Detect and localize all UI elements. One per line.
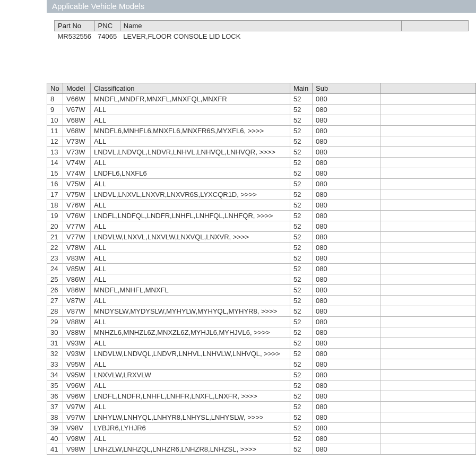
- cell-extra: [380, 115, 476, 126]
- cell-model: V86W: [63, 285, 91, 296]
- cell-classification: ALL: [91, 221, 290, 232]
- part-cell-name: LEVER,FLOOR CONSOLE LID LOCK: [120, 31, 401, 42]
- cell-model: V74W: [63, 158, 91, 168]
- cell-sub: 080: [313, 147, 380, 158]
- table-row[interactable]: 34V95WLNXVLW,LRXVLW52080: [47, 370, 476, 380]
- table-row[interactable]: 25V86WALL52080: [47, 274, 476, 285]
- table-row[interactable]: 31V93WALL52080: [47, 338, 476, 349]
- cell-main: 52: [290, 179, 313, 189]
- table-row[interactable]: 26V86WMNDFL,MNHFL,MNXFL52080: [47, 285, 476, 296]
- table-row[interactable]: 35V96WALL52080: [47, 380, 476, 391]
- table-row[interactable]: 24V85WALL52080: [47, 264, 476, 274]
- cell-model: V67W: [63, 105, 91, 115]
- cell-sub: 080: [313, 423, 380, 434]
- cell-model: V68W: [63, 126, 91, 136]
- cell-main: 52: [290, 200, 313, 211]
- cell-no: 36: [47, 391, 63, 402]
- cell-main: 52: [290, 285, 313, 296]
- table-row[interactable]: 15V74WLNDFL6,LNXFL652080: [47, 168, 476, 179]
- table-row[interactable]: 16V75WALL52080: [47, 179, 476, 189]
- table-row[interactable]: 20V77WALL52080: [47, 221, 476, 232]
- cell-model: V76W: [63, 211, 91, 221]
- table-row[interactable]: 18V76WALL52080: [47, 200, 476, 211]
- cell-no: 41: [47, 444, 63, 455]
- cell-classification: ALL: [91, 115, 290, 126]
- cell-main: 52: [290, 189, 313, 200]
- cell-no: 27: [47, 296, 63, 306]
- table-row[interactable]: 8V66WMNDFL,MNDFR,MNXFL,MNXFQL,MNXFR52080: [47, 94, 476, 105]
- cell-classification: ALL: [91, 253, 290, 264]
- table-row[interactable]: 10V68WALL52080: [47, 115, 476, 126]
- cell-classification: ALL: [91, 274, 290, 285]
- cell-extra: [380, 168, 476, 179]
- cell-main: 52: [290, 359, 313, 370]
- table-row[interactable]: 9V67WALL52080: [47, 105, 476, 115]
- table-row[interactable]: 22V78WALL52080: [47, 243, 476, 253]
- cell-no: 13: [47, 147, 63, 158]
- cell-extra: [380, 158, 476, 168]
- cell-no: 10: [47, 115, 63, 126]
- table-row[interactable]: 27V87WALL52080: [47, 296, 476, 306]
- cell-model: V97W: [63, 402, 91, 412]
- table-row[interactable]: 21V77WLNDVLW,LNXVL,LNXVLW,LNXVQL,LNXVR, …: [47, 232, 476, 243]
- cell-model: V87W: [63, 296, 91, 306]
- table-row[interactable]: 37V97WALL52080: [47, 402, 476, 412]
- cell-extra: [380, 327, 476, 338]
- cell-classification: ALL: [91, 296, 290, 306]
- cell-no: 18: [47, 200, 63, 211]
- table-row[interactable]: 13V73WLNDVL,LNDVQL,LNDVR,LNHVL,LNHVQL,LN…: [47, 147, 476, 158]
- cell-extra: [380, 296, 476, 306]
- table-row[interactable]: 38V97WLNHYLW,LNHYQL,LNHYR8,LNHYSL,LNHYSL…: [47, 412, 476, 423]
- cell-classification: ALL: [91, 158, 290, 168]
- table-row[interactable]: 12V73WALL52080: [47, 136, 476, 147]
- part-col-spacer: [401, 21, 468, 31]
- part-cell-partno: MR532556: [55, 31, 95, 42]
- cell-no: 22: [47, 243, 63, 253]
- table-row[interactable]: 36V96WLNDFL,LNDFR,LNHFL,LNHFR,LNXFL,LNXF…: [47, 391, 476, 402]
- cell-main: 52: [290, 444, 313, 455]
- part-table: Part No PNC Name MR532556 74065 LEVER,FL…: [54, 20, 469, 41]
- cell-classification: LNHZLW,LNHZQL,LNHZR6,LNHZR8,LNHZSL, >>>>: [91, 444, 290, 455]
- table-row[interactable]: 14V74WALL52080: [47, 158, 476, 168]
- table-row[interactable]: 19V76WLNDFL,LNDFQL,LNDFR,LNHFL,LNHFQL,LN…: [47, 211, 476, 221]
- cell-classification: LNXVLW,LRXVLW: [91, 370, 290, 380]
- cell-model: V88W: [63, 327, 91, 338]
- cell-model: V98V: [63, 423, 91, 434]
- cell-sub: 080: [313, 434, 380, 444]
- cell-sub: 080: [313, 168, 380, 179]
- cell-sub: 080: [313, 126, 380, 136]
- part-info-panel: Part No PNC Name MR532556 74065 LEVER,FL…: [54, 20, 469, 79]
- table-row[interactable]: 41V98WLNHZLW,LNHZQL,LNHZR6,LNHZR8,LNHZSL…: [47, 444, 476, 455]
- cell-sub: 080: [313, 200, 380, 211]
- cell-classification: ALL: [91, 105, 290, 115]
- cell-main: 52: [290, 380, 313, 391]
- cell-model: V88W: [63, 317, 91, 327]
- cell-classification: MNDFL6,MNHFL6,MNXFL6,MNXFR6S,MYXFL6, >>>…: [91, 126, 290, 136]
- cell-no: 28: [47, 306, 63, 317]
- cell-extra: [380, 359, 476, 370]
- table-row[interactable]: 17V75WLNDVL,LNXVL,LNXVR,LNXVR6S,LYXCQR1D…: [47, 189, 476, 200]
- cell-no: 16: [47, 179, 63, 189]
- table-row[interactable]: 11V68WMNDFL6,MNHFL6,MNXFL6,MNXFR6S,MYXFL…: [47, 126, 476, 136]
- table-row[interactable]: 29V88WALL52080: [47, 317, 476, 327]
- table-row[interactable]: 39V98VLYBJR6,LYHJR652080: [47, 423, 476, 434]
- table-row[interactable]: 40V98WALL52080: [47, 434, 476, 444]
- cell-main: 52: [290, 296, 313, 306]
- table-row[interactable]: 28V87WMNDYSLW,MYDYSLW,MYHYLW,MYHYQL,MYHY…: [47, 306, 476, 317]
- table-row[interactable]: 33V95WALL52080: [47, 359, 476, 370]
- cell-no: 19: [47, 211, 63, 221]
- cell-sub: 080: [313, 94, 380, 105]
- part-row[interactable]: MR532556 74065 LEVER,FLOOR CONSOLE LID L…: [55, 31, 469, 42]
- cell-classification: LNDFL,LNDFR,LNHFL,LNHFR,LNXFL,LNXFR, >>>…: [91, 391, 290, 402]
- cell-sub: 080: [313, 232, 380, 243]
- table-row[interactable]: 30V88WMNHZL6,MNHZL6Z,MNXZL6Z,MYHJL6,MYHJ…: [47, 327, 476, 338]
- table-row[interactable]: 32V93WLNDVLW,LNDVQL,LNDVR,LNHVL,LNHVLW,L…: [47, 349, 476, 359]
- cell-main: 52: [290, 412, 313, 423]
- cell-sub: 080: [313, 380, 380, 391]
- cell-no: 20: [47, 221, 63, 232]
- cell-no: 11: [47, 126, 63, 136]
- cell-sub: 080: [313, 253, 380, 264]
- table-row[interactable]: 23V83WALL52080: [47, 253, 476, 264]
- cell-no: 39: [47, 423, 63, 434]
- cell-model: V73W: [63, 147, 91, 158]
